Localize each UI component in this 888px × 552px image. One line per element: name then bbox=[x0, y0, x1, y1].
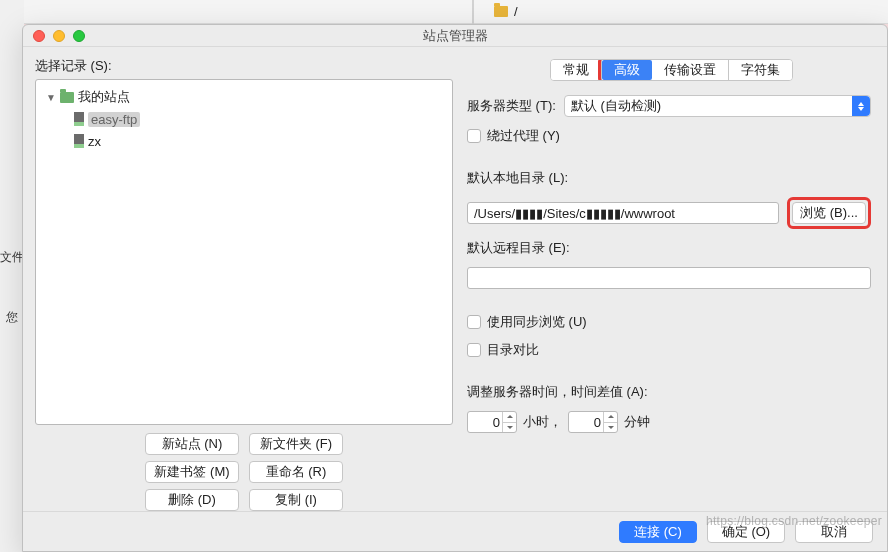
titlebar: 站点管理器 bbox=[23, 25, 887, 47]
tab-general[interactable]: 常规 bbox=[551, 60, 602, 80]
connect-button[interactable]: 连接 (C) bbox=[619, 521, 697, 543]
site-tree[interactable]: ▼ 我的站点 easy-ftp zx bbox=[35, 79, 453, 425]
browse-button[interactable]: 浏览 (B)... bbox=[792, 202, 866, 224]
stepper-up-icon[interactable] bbox=[603, 412, 617, 423]
tree-item-label: zx bbox=[88, 134, 101, 149]
select-arrows-icon bbox=[852, 96, 870, 116]
copy-button[interactable]: 复制 (I) bbox=[249, 489, 343, 511]
window-controls bbox=[23, 30, 85, 42]
local-dir-input[interactable]: /Users/▮▮▮▮/Sites/c▮▮▮▮▮/wwwroot bbox=[467, 202, 779, 224]
server-type-label: 服务器类型 (T): bbox=[467, 97, 556, 115]
background-path-text: / bbox=[514, 4, 518, 19]
new-folder-button[interactable]: 新文件夹 (F) bbox=[249, 433, 343, 455]
bypass-proxy-label: 绕过代理 (Y) bbox=[487, 127, 560, 145]
site-icon bbox=[74, 112, 84, 126]
new-site-button[interactable]: 新站点 (N) bbox=[145, 433, 239, 455]
highlight-browse-button: 浏览 (B)... bbox=[787, 197, 871, 229]
dir-compare-checkbox[interactable] bbox=[467, 343, 481, 357]
zoom-icon[interactable] bbox=[73, 30, 85, 42]
background-path: / bbox=[494, 4, 518, 19]
background-sidebar bbox=[0, 0, 24, 552]
remote-dir-input[interactable] bbox=[467, 267, 871, 289]
disclosure-triangle-icon[interactable]: ▼ bbox=[46, 92, 56, 103]
background-toolbar bbox=[0, 0, 888, 24]
stepper-down-icon[interactable] bbox=[603, 423, 617, 433]
stepper-down-icon[interactable] bbox=[502, 423, 516, 433]
tab-bar: 常规 高级 传输设置 字符集 bbox=[467, 59, 875, 81]
tab-transfer[interactable]: 传输设置 bbox=[652, 60, 729, 80]
tree-item-label: easy-ftp bbox=[88, 112, 140, 127]
close-icon[interactable] bbox=[33, 30, 45, 42]
time-offset-label: 调整服务器时间，时间差值 (A): bbox=[467, 383, 871, 401]
new-bookmark-button[interactable]: 新建书签 (M) bbox=[145, 461, 239, 483]
minutes-stepper[interactable]: 0 bbox=[568, 411, 618, 433]
tree-item-zx[interactable]: zx bbox=[40, 130, 448, 152]
hours-value: 0 bbox=[468, 415, 502, 430]
stepper-up-icon[interactable] bbox=[502, 412, 516, 423]
left-pane: 选择记录 (S): ▼ 我的站点 easy-ftp zx 新站点 bbox=[35, 57, 453, 511]
dialog-footer: 连接 (C) 确定 (O) 取消 bbox=[23, 511, 887, 551]
remote-dir-label: 默认远程目录 (E): bbox=[467, 239, 871, 257]
dir-compare-label: 目录对比 bbox=[487, 341, 539, 359]
sync-browse-label: 使用同步浏览 (U) bbox=[487, 313, 587, 331]
server-type-value: 默认 (自动检测) bbox=[571, 97, 661, 115]
minutes-unit: 分钟 bbox=[624, 413, 650, 431]
delete-button[interactable]: 删除 (D) bbox=[145, 489, 239, 511]
right-pane: 常规 高级 传输设置 字符集 服务器类型 (T): 默认 (自动检测) bbox=[467, 57, 875, 511]
highlight-advanced-tab: 高级 bbox=[598, 59, 656, 81]
bypass-proxy-checkbox[interactable] bbox=[467, 129, 481, 143]
local-dir-value: /Users/▮▮▮▮/Sites/c▮▮▮▮▮/wwwroot bbox=[474, 206, 675, 221]
folder-icon bbox=[494, 6, 508, 17]
background-divider bbox=[472, 0, 474, 24]
tree-root[interactable]: ▼ 我的站点 bbox=[40, 86, 448, 108]
cancel-button[interactable]: 取消 bbox=[795, 521, 873, 543]
tab-advanced[interactable]: 高级 bbox=[602, 60, 652, 80]
background-label-you: 您 bbox=[0, 306, 24, 328]
tree-root-label: 我的站点 bbox=[78, 88, 130, 106]
select-entry-label: 选择记录 (S): bbox=[35, 57, 453, 75]
ok-button[interactable]: 确定 (O) bbox=[707, 521, 785, 543]
rename-button[interactable]: 重命名 (R) bbox=[249, 461, 343, 483]
server-type-select[interactable]: 默认 (自动检测) bbox=[564, 95, 871, 117]
tab-charset[interactable]: 字符集 bbox=[729, 60, 792, 80]
folder-icon bbox=[60, 92, 74, 103]
site-icon bbox=[74, 134, 84, 148]
window-title: 站点管理器 bbox=[23, 27, 887, 45]
site-actions: 新站点 (N) 新文件夹 (F) 新建书签 (M) 重命名 (R) 删除 (D)… bbox=[35, 433, 453, 511]
site-manager-window: 站点管理器 选择记录 (S): ▼ 我的站点 easy-ftp zx bbox=[22, 24, 888, 552]
hours-stepper[interactable]: 0 bbox=[467, 411, 517, 433]
advanced-form: 服务器类型 (T): 默认 (自动检测) 绕过代理 (Y) 默认本地目录 (L)… bbox=[467, 95, 875, 433]
minimize-icon[interactable] bbox=[53, 30, 65, 42]
background-label-file: 文件 bbox=[0, 246, 24, 268]
local-dir-label: 默认本地目录 (L): bbox=[467, 169, 871, 187]
tree-item-easy-ftp[interactable]: easy-ftp bbox=[40, 108, 448, 130]
minutes-value: 0 bbox=[569, 415, 603, 430]
hours-unit: 小时， bbox=[523, 413, 562, 431]
sync-browse-checkbox[interactable] bbox=[467, 315, 481, 329]
